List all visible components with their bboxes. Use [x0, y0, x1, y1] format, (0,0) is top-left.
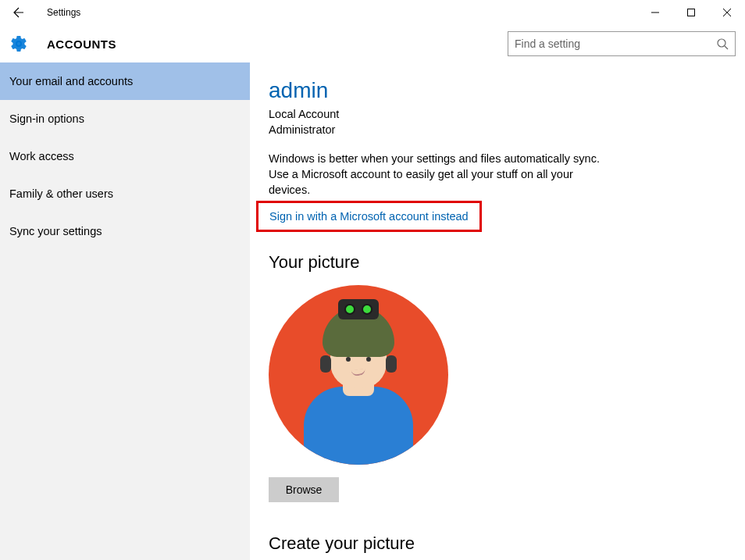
window-title: Settings: [47, 7, 80, 18]
highlight-annotation: Sign in with a Microsoft account instead: [256, 201, 482, 232]
search-box[interactable]: [508, 31, 736, 56]
search-input[interactable]: [515, 37, 716, 50]
close-icon: [723, 9, 731, 16]
minimize-icon: [651, 9, 659, 16]
sidebar-item-label: Work access: [9, 150, 74, 162]
account-description: Windows is better when your settings and…: [269, 151, 612, 198]
sidebar-item-label: Sync your settings: [9, 225, 102, 237]
maximize-icon: [687, 9, 695, 16]
minimize-button[interactable]: [637, 0, 673, 25]
sidebar-item-family-users[interactable]: Family & other users: [0, 175, 250, 212]
svg-line-5: [725, 46, 728, 49]
avatar-eye: [346, 357, 351, 362]
search-icon: [716, 37, 729, 50]
back-arrow-icon: [12, 6, 25, 19]
page-title: ACCOUNTS: [47, 37, 116, 51]
sidebar-item-label: Your email and accounts: [9, 75, 133, 87]
back-button[interactable]: [0, 0, 37, 25]
content-area: admin Local Account Administrator Window…: [250, 62, 745, 560]
sidebar-item-label: Sign-in options: [9, 112, 84, 125]
sidebar-item-sync-settings[interactable]: Sync your settings: [0, 212, 250, 250]
close-button[interactable]: [709, 0, 745, 25]
avatar-picture: [269, 285, 448, 465]
your-picture-title: Your picture: [269, 252, 745, 273]
goggle-lens: [344, 304, 355, 315]
avatar-goggles: [338, 299, 379, 319]
sidebar-item-work-access[interactable]: Work access: [0, 137, 250, 175]
svg-rect-1: [688, 9, 695, 16]
avatar-body: [304, 387, 413, 465]
account-type: Local Account: [269, 106, 745, 122]
avatar-mouth: [351, 369, 366, 376]
sidebar-item-label: Family & other users: [9, 187, 113, 200]
signin-microsoft-link[interactable]: Sign in with a Microsoft account instead: [269, 210, 469, 223]
svg-point-4: [718, 39, 725, 47]
account-username: admin: [269, 78, 745, 103]
sidebar: Your email and accounts Sign-in options …: [0, 62, 250, 560]
header: ACCOUNTS: [0, 25, 745, 62]
settings-gear-icon: [9, 34, 28, 53]
window-controls: [637, 0, 745, 25]
goggle-lens: [362, 304, 372, 315]
create-picture-title: Create your picture: [269, 533, 745, 554]
maximize-button[interactable]: [673, 0, 709, 25]
browse-button[interactable]: Browse: [269, 477, 339, 502]
account-role: Administrator: [269, 122, 745, 137]
avatar-headset-right: [386, 355, 397, 373]
titlebar: Settings: [0, 0, 745, 25]
avatar-headset-left: [320, 355, 331, 373]
sidebar-item-email-accounts[interactable]: Your email and accounts: [0, 62, 250, 100]
avatar-eye: [366, 357, 371, 362]
sidebar-item-signin-options[interactable]: Sign-in options: [0, 100, 250, 137]
